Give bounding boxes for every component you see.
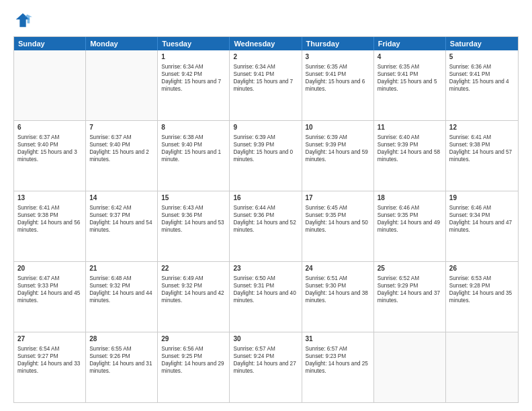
day-info-line: Sunrise: 6:48 AM	[89, 275, 154, 282]
day-info-line: Sunrise: 6:53 AM	[449, 275, 515, 282]
day-cell-11: 11Sunrise: 6:40 AMSunset: 9:39 PMDayligh…	[374, 121, 446, 191]
day-number: 14	[89, 193, 154, 203]
day-info-line: Sunset: 9:32 PM	[161, 282, 226, 289]
day-info-line: Sunrise: 6:50 AM	[233, 275, 298, 282]
day-number: 19	[449, 193, 515, 203]
day-info-line: Sunrise: 6:55 AM	[89, 345, 154, 353]
day-info-line: Daylight: 14 hours and 25 minutes.	[306, 360, 370, 375]
day-cell-14: 14Sunrise: 6:42 AMSunset: 9:37 PMDayligh…	[86, 191, 158, 261]
day-info-line: Daylight: 15 hours and 6 minutes.	[306, 78, 370, 93]
day-info-line: Daylight: 14 hours and 52 minutes.	[233, 219, 298, 234]
day-cell-empty	[446, 332, 518, 402]
day-cell-24: 24Sunrise: 6:51 AMSunset: 9:30 PMDayligh…	[302, 262, 374, 332]
day-info-line: Sunrise: 6:56 AM	[161, 345, 226, 353]
day-info-line: Daylight: 14 hours and 38 minutes.	[306, 289, 370, 304]
day-number: 18	[378, 193, 442, 203]
day-cell-12: 12Sunrise: 6:41 AMSunset: 9:38 PMDayligh…	[446, 121, 518, 191]
day-info-line: Sunrise: 6:52 AM	[378, 275, 442, 282]
day-info-line: Sunrise: 6:35 AM	[306, 63, 370, 71]
day-number: 22	[161, 264, 226, 273]
day-info-line: Sunset: 9:42 PM	[161, 71, 226, 78]
day-number: 2	[233, 52, 298, 62]
day-info-line: Daylight: 15 hours and 1 minute.	[161, 148, 226, 163]
day-cell-13: 13Sunrise: 6:41 AMSunset: 9:38 PMDayligh…	[14, 191, 86, 261]
day-info-line: Sunset: 9:25 PM	[161, 353, 226, 360]
day-cell-5: 5Sunrise: 6:36 AMSunset: 9:41 PMDaylight…	[446, 50, 518, 120]
day-cell-empty	[86, 50, 158, 120]
day-info-line: Sunrise: 6:46 AM	[449, 204, 515, 212]
day-cell-26: 26Sunrise: 6:53 AMSunset: 9:28 PMDayligh…	[446, 262, 518, 332]
day-info-line: Sunrise: 6:39 AM	[233, 134, 298, 141]
day-info-line: Sunrise: 6:47 AM	[17, 275, 82, 282]
day-info-line: Sunset: 9:33 PM	[17, 282, 82, 289]
day-info-line: Daylight: 15 hours and 3 minutes.	[17, 148, 82, 163]
day-number: 25	[378, 264, 442, 273]
day-info-line: Daylight: 15 hours and 0 minutes.	[233, 148, 298, 163]
day-info-line: Daylight: 14 hours and 57 minutes.	[449, 148, 515, 163]
day-info-line: Sunset: 9:27 PM	[17, 353, 82, 360]
day-info-line: Sunrise: 6:41 AM	[17, 204, 82, 212]
day-number: 4	[378, 52, 442, 62]
day-info-line: Sunrise: 6:45 AM	[306, 204, 370, 212]
page: SundayMondayTuesdayWednesdayThursdayFrid…	[0, 0, 532, 411]
day-info-line: Sunrise: 6:38 AM	[161, 134, 226, 141]
day-info-line: Sunset: 9:26 PM	[89, 353, 154, 360]
day-info-line: Daylight: 14 hours and 49 minutes.	[378, 219, 442, 234]
day-header-friday: Friday	[374, 37, 446, 50]
calendar-header: SundayMondayTuesdayWednesdayThursdayFrid…	[14, 37, 518, 50]
week-row-3: 13Sunrise: 6:41 AMSunset: 9:38 PMDayligh…	[14, 191, 518, 262]
day-cell-19: 19Sunrise: 6:46 AMSunset: 9:34 PMDayligh…	[446, 191, 518, 261]
day-number: 16	[233, 193, 298, 203]
day-info-line: Sunset: 9:40 PM	[161, 141, 226, 148]
day-number: 1	[161, 52, 226, 62]
day-cell-2: 2Sunrise: 6:34 AMSunset: 9:41 PMDaylight…	[230, 50, 302, 120]
day-info-line: Sunrise: 6:34 AM	[233, 63, 298, 71]
header	[13, 11, 519, 30]
day-cell-6: 6Sunrise: 6:37 AMSunset: 9:40 PMDaylight…	[14, 121, 86, 191]
day-info-line: Daylight: 14 hours and 59 minutes.	[306, 148, 370, 163]
day-info-line: Sunrise: 6:37 AM	[17, 134, 82, 141]
day-info-line: Sunrise: 6:46 AM	[378, 204, 442, 212]
day-number: 21	[89, 264, 154, 273]
day-cell-30: 30Sunrise: 6:57 AMSunset: 9:24 PMDayligh…	[230, 332, 302, 402]
day-info-line: Daylight: 14 hours and 40 minutes.	[233, 289, 298, 304]
week-row-1: 1Sunrise: 6:34 AMSunset: 9:42 PMDaylight…	[14, 50, 518, 121]
week-row-4: 20Sunrise: 6:47 AMSunset: 9:33 PMDayligh…	[14, 262, 518, 332]
day-info-line: Sunset: 9:30 PM	[306, 282, 370, 289]
day-info-line: Sunrise: 6:36 AM	[449, 63, 515, 71]
day-number: 17	[306, 193, 370, 203]
day-header-sunday: Sunday	[14, 37, 86, 50]
day-info-line: Sunset: 9:37 PM	[89, 212, 154, 219]
day-cell-7: 7Sunrise: 6:37 AMSunset: 9:40 PMDaylight…	[86, 121, 158, 191]
day-info-line: Daylight: 14 hours and 31 minutes.	[89, 360, 154, 375]
day-number: 31	[306, 334, 370, 344]
day-number: 5	[449, 52, 515, 62]
day-number: 28	[89, 334, 154, 344]
week-row-5: 27Sunrise: 6:54 AMSunset: 9:27 PMDayligh…	[14, 332, 518, 402]
day-info-line: Daylight: 15 hours and 4 minutes.	[449, 78, 515, 93]
week-row-2: 6Sunrise: 6:37 AMSunset: 9:40 PMDaylight…	[14, 121, 518, 191]
day-info-line: Daylight: 14 hours and 35 minutes.	[449, 289, 515, 304]
day-info-line: Sunset: 9:28 PM	[449, 282, 515, 289]
day-info-line: Daylight: 14 hours and 29 minutes.	[161, 360, 226, 375]
day-number: 7	[89, 123, 154, 132]
day-info-line: Sunset: 9:36 PM	[161, 212, 226, 219]
day-cell-22: 22Sunrise: 6:49 AMSunset: 9:32 PMDayligh…	[158, 262, 230, 332]
day-info-line: Sunset: 9:35 PM	[378, 212, 442, 219]
day-info-line: Daylight: 14 hours and 50 minutes.	[306, 219, 370, 234]
day-info-line: Daylight: 14 hours and 53 minutes.	[161, 219, 226, 234]
day-info-line: Sunrise: 6:37 AM	[89, 134, 154, 141]
day-number: 20	[17, 264, 82, 273]
day-info-line: Daylight: 14 hours and 47 minutes.	[449, 219, 515, 234]
day-cell-3: 3Sunrise: 6:35 AMSunset: 9:41 PMDaylight…	[302, 50, 374, 120]
day-info-line: Daylight: 14 hours and 56 minutes.	[17, 219, 82, 234]
day-info-line: Sunset: 9:34 PM	[449, 212, 515, 219]
day-cell-9: 9Sunrise: 6:39 AMSunset: 9:39 PMDaylight…	[230, 121, 302, 191]
day-info-line: Sunset: 9:40 PM	[89, 141, 154, 148]
day-cell-27: 27Sunrise: 6:54 AMSunset: 9:27 PMDayligh…	[14, 332, 86, 402]
day-cell-empty	[374, 332, 446, 402]
day-info-line: Sunset: 9:24 PM	[233, 353, 298, 360]
day-cell-16: 16Sunrise: 6:44 AMSunset: 9:36 PMDayligh…	[230, 191, 302, 261]
day-number: 23	[233, 264, 298, 273]
day-info-line: Sunrise: 6:35 AM	[378, 63, 442, 71]
